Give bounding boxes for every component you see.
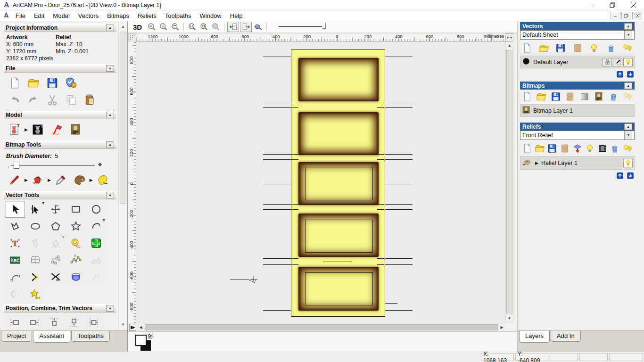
- menu-bitmaps[interactable]: Bitmaps: [103, 11, 133, 21]
- vector-guide-line[interactable]: [291, 107, 298, 108]
- tab-project[interactable]: Project: [1, 331, 32, 342]
- panel-vector-outline[interactable]: [305, 167, 373, 200]
- slider-track[interactable]: [11, 165, 95, 166]
- scroll-down-icon[interactable]: ▼: [506, 315, 513, 322]
- zoom-previous-icon[interactable]: [169, 22, 181, 32]
- primary-colour-swatch[interactable]: [135, 335, 147, 346]
- lighting-icon[interactable]: [47, 122, 66, 137]
- vector-guide-line[interactable]: [377, 258, 384, 259]
- save-file-icon[interactable]: [550, 91, 561, 102]
- scroll-right-icon[interactable]: ▶: [498, 324, 505, 331]
- undo-icon[interactable]: [5, 92, 24, 107]
- zoom-fit-icon[interactable]: [198, 22, 210, 32]
- vector-guide-line[interactable]: [377, 204, 384, 205]
- delete-layer-icon[interactable]: [608, 91, 619, 102]
- ruler-corner[interactable]: [128, 33, 136, 41]
- pour-vectors-icon[interactable]: [25, 235, 45, 252]
- delete-layer-icon[interactable]: [609, 143, 620, 154]
- measure-vectors-icon[interactable]: Ŧ: [45, 235, 66, 252]
- fit-arcs-icon[interactable]: [5, 269, 25, 286]
- merge-layers-icon[interactable]: [564, 91, 576, 102]
- save-file-icon[interactable]: [546, 143, 558, 154]
- vector-guide-line[interactable]: [377, 154, 384, 155]
- zoom-out-icon[interactable]: [157, 22, 169, 32]
- door-panel-1[interactable]: [298, 58, 379, 101]
- create-polyline-icon[interactable]: [5, 218, 25, 235]
- layer-lock-icon[interactable]: [603, 58, 612, 66]
- link-colours-icon[interactable]: [148, 334, 153, 341]
- align-top-icon[interactable]: [44, 314, 64, 330]
- block-copy-icon[interactable]: [45, 252, 66, 269]
- interactive-sculpting-icon[interactable]: [66, 269, 86, 286]
- scroll-up-icon[interactable]: ▲: [506, 42, 513, 49]
- collapse-icon[interactable]: ▲: [106, 192, 114, 198]
- menu-help[interactable]: Help: [226, 11, 247, 21]
- scroll-thumb[interactable]: [120, 32, 126, 204]
- layer-visibility-icon[interactable]: [623, 58, 633, 66]
- delete-layer-icon[interactable]: [605, 42, 617, 54]
- move-layer-down-icon[interactable]: [626, 71, 634, 78]
- align-left-icon[interactable]: [5, 314, 25, 330]
- menu-file[interactable]: File: [11, 11, 30, 21]
- vector-guide-line[interactable]: [291, 154, 298, 155]
- zoom-objects-icon[interactable]: [210, 22, 222, 32]
- vector-guide-line[interactable]: [291, 204, 298, 205]
- toggle-all-visibility-icon[interactable]: [622, 42, 633, 54]
- layer-visibility-icon[interactable]: [623, 159, 633, 167]
- scroll-thumb[interactable]: [506, 50, 512, 314]
- new-model-icon[interactable]: [5, 75, 24, 90]
- open-model-icon[interactable]: [24, 75, 43, 90]
- collapse-icon[interactable]: ▲: [106, 141, 114, 148]
- new-file-icon[interactable]: [521, 42, 533, 54]
- mirror-vectors-icon[interactable]: [5, 286, 25, 303]
- flyout-arrow-icon[interactable]: ▶: [25, 127, 28, 132]
- save-model-icon[interactable]: [43, 75, 62, 90]
- new-file-icon[interactable]: [521, 143, 533, 154]
- collapse-icon[interactable]: ▲: [624, 23, 632, 30]
- colour-palette-icon[interactable]: [70, 173, 89, 188]
- wrap-vectors-icon[interactable]: [25, 286, 45, 303]
- toggle-3d-view-button[interactable]: 3D: [133, 23, 142, 31]
- toggle-all-visibility-icon[interactable]: [622, 91, 633, 102]
- green-cross-icon[interactable]: [86, 235, 106, 252]
- collapse-icon[interactable]: ▲: [106, 112, 114, 118]
- toggle-visibility-icon[interactable]: [588, 42, 600, 54]
- vector-mountains-icon[interactable]: [86, 252, 106, 269]
- redo-icon[interactable]: [24, 92, 43, 107]
- vector-guide-line[interactable]: [377, 159, 384, 160]
- collapse-icon[interactable]: ▲: [106, 305, 114, 312]
- pane-split-icon[interactable]: ▮▶: [129, 324, 136, 331]
- layer-colour-swatch[interactable]: [522, 57, 530, 67]
- vector-layer-row[interactable]: Default Layer: [520, 56, 635, 68]
- vector-guide-line[interactable]: [291, 103, 298, 103]
- join-vectors-icon[interactable]: [86, 269, 106, 286]
- collapse-icon[interactable]: ▲: [624, 82, 632, 89]
- model-from-greyscale-icon[interactable]: T: [28, 122, 47, 137]
- bitmap-layer-row[interactable]: Bitmap Layer 1: [520, 104, 635, 117]
- scroll-up-icon[interactable]: ▲: [119, 23, 127, 31]
- scroll-thumb[interactable]: [145, 324, 498, 330]
- greyscale-from-model-icon[interactable]: T: [5, 122, 24, 137]
- copy-icon[interactable]: [62, 92, 81, 107]
- flyout-arrow-icon[interactable]: ▶: [90, 178, 93, 182]
- vector-guide-line[interactable]: [384, 303, 397, 304]
- collapse-icon[interactable]: ▲: [624, 123, 632, 130]
- move-layer-up-icon[interactable]: [616, 71, 624, 78]
- cut-icon[interactable]: [43, 92, 62, 107]
- menu-edit[interactable]: Edit: [30, 11, 49, 21]
- open-file-icon[interactable]: [534, 143, 545, 154]
- vector-guide-line[interactable]: [377, 264, 384, 265]
- move-layer-down-icon[interactable]: [626, 172, 634, 179]
- restore-icon[interactable]: [602, 0, 623, 10]
- zoom-window-icon[interactable]: [252, 22, 264, 32]
- stack-transfer-icon[interactable]: [572, 143, 583, 154]
- create-ellipse-icon[interactable]: [25, 218, 45, 235]
- node-editing-icon[interactable]: Ŧ: [25, 201, 45, 218]
- vector-guide-line[interactable]: [377, 209, 384, 210]
- create-star-icon[interactable]: [66, 218, 86, 235]
- flyout-arrow-icon[interactable]: ▶: [25, 178, 28, 182]
- menu-vectors[interactable]: Vectors: [74, 11, 103, 21]
- collapse-icon[interactable]: ▲: [106, 65, 114, 72]
- select-vectors-icon[interactable]: [5, 201, 25, 218]
- slider-thumb[interactable]: [14, 162, 19, 169]
